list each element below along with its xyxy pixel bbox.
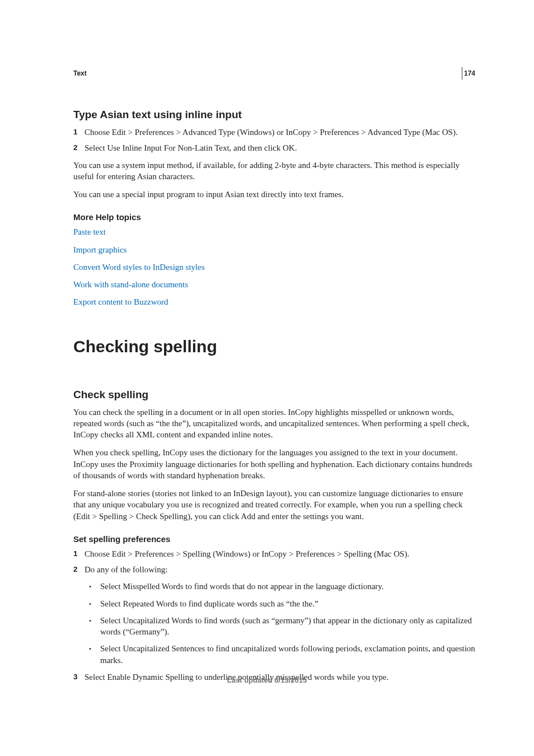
body-paragraph: When you check spelling, InCopy uses the… bbox=[73, 447, 475, 481]
bullet-text: Select Uncapitalized Words to find words… bbox=[100, 615, 475, 638]
bullet-item: • Select Uncapitalized Words to find wor… bbox=[89, 615, 475, 638]
body-paragraph: You can check the spelling in a document… bbox=[73, 407, 475, 441]
body-paragraph: You can use a system input method, if av… bbox=[73, 160, 475, 183]
step-text: Choose Edit > Preferences > Spelling (Wi… bbox=[85, 548, 475, 559]
heading-checking-spelling: Checking spelling bbox=[73, 337, 475, 356]
body-paragraph: For stand-alone stories (stories not lin… bbox=[73, 488, 475, 522]
page-number-rule bbox=[462, 67, 462, 80]
type-asian-steps: 1 Choose Edit > Preferences > Advanced T… bbox=[73, 127, 475, 154]
step-number: 1 bbox=[73, 548, 85, 559]
footer-last-updated: Last updated 6/13/2015 bbox=[0, 676, 534, 684]
step-number: 1 bbox=[73, 127, 85, 138]
step-item: 1 Choose Edit > Preferences > Advanced T… bbox=[73, 127, 475, 138]
section-label: Text bbox=[73, 69, 475, 77]
bullet-icon: • bbox=[89, 643, 100, 666]
heading-set-spelling-preferences: Set spelling preferences bbox=[73, 534, 475, 544]
step-text: Select Use Inline Input For Non-Latin Te… bbox=[85, 142, 475, 153]
bullet-text: Select Uncapitalized Sentences to find u… bbox=[100, 643, 475, 666]
bullet-icon: • bbox=[89, 581, 100, 592]
step-text: Do any of the following: bbox=[85, 564, 475, 575]
heading-more-help: More Help topics bbox=[73, 212, 475, 222]
step-item: 2 Do any of the following: bbox=[73, 564, 475, 575]
bullet-text: Select Misspelled Words to find words th… bbox=[100, 581, 475, 592]
help-link[interactable]: Work with stand-alone documents bbox=[73, 279, 475, 290]
help-link[interactable]: Paste text bbox=[73, 226, 475, 237]
page-number: 174 bbox=[464, 69, 475, 77]
set-prefs-steps: 1 Choose Edit > Preferences > Spelling (… bbox=[73, 548, 475, 576]
bullet-item: • Select Misspelled Words to find words … bbox=[89, 581, 475, 592]
bullet-item: • Select Repeated Words to find duplicat… bbox=[89, 598, 475, 609]
help-link[interactable]: Import graphics bbox=[73, 244, 475, 255]
bullet-item: • Select Uncapitalized Sentences to find… bbox=[89, 643, 475, 666]
body-paragraph: You can use a special input program to i… bbox=[73, 189, 475, 200]
step-number: 2 bbox=[73, 142, 85, 153]
bullet-text: Select Repeated Words to find duplicate … bbox=[100, 598, 475, 609]
heading-type-asian: Type Asian text using inline input bbox=[73, 109, 475, 121]
help-link[interactable]: Export content to Buzzword bbox=[73, 296, 475, 307]
step-number: 2 bbox=[73, 564, 85, 575]
set-prefs-bullets: • Select Misspelled Words to find words … bbox=[89, 581, 475, 666]
step-text: Choose Edit > Preferences > Advanced Typ… bbox=[85, 127, 475, 138]
help-link[interactable]: Convert Word styles to InDesign styles bbox=[73, 262, 475, 273]
page: 174 Text Type Asian text using inline in… bbox=[0, 0, 534, 756]
help-links: Paste text Import graphics Convert Word … bbox=[73, 226, 475, 307]
bullet-icon: • bbox=[89, 615, 100, 638]
bullet-icon: • bbox=[89, 598, 100, 609]
step-item: 2 Select Use Inline Input For Non-Latin … bbox=[73, 142, 475, 153]
heading-check-spelling: Check spelling bbox=[73, 389, 475, 401]
step-item: 1 Choose Edit > Preferences > Spelling (… bbox=[73, 548, 475, 559]
